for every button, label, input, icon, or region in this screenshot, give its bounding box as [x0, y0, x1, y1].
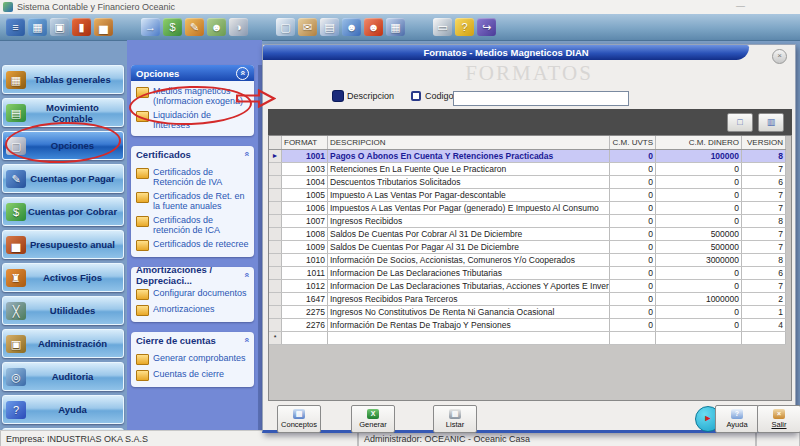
table-row[interactable]: 1011Informacion De Las Declaraciones Tri… [269, 267, 786, 280]
panel-section-header-cierre[interactable]: Cierre de cuentas« [131, 332, 254, 348]
panel-section-header-opciones[interactable]: Opciones« [131, 65, 254, 81]
sidebar-item-label: Movimiento Contable [26, 102, 123, 124]
report-icon[interactable]: ▤ [320, 18, 339, 36]
table-row[interactable]: 1005Impuesto A Las Ventas Por Pagar-desc… [269, 189, 786, 202]
new-record-button[interactable]: □ [727, 113, 753, 132]
chart-icon[interactable]: ▅ [94, 18, 113, 36]
panel-item[interactable]: Configurar documentos [134, 286, 251, 302]
ayuda-button[interactable]: ?Ayuda [715, 405, 759, 433]
sidebar-item-opciones[interactable]: ▢Opciones [2, 131, 124, 160]
tree-icon[interactable]: ≡ [6, 18, 25, 36]
column-header[interactable]: C.M. UVTS [610, 136, 656, 149]
user-red-icon[interactable]: ☻ [364, 18, 383, 36]
panel-item[interactable]: Liquidación de Intereses [134, 108, 251, 132]
table-row[interactable]: 1012Informacion De Las Declaraciones Tri… [269, 280, 786, 293]
panel-item[interactable]: Amortizaciones [134, 302, 251, 318]
table-row[interactable]: 1647Ingresos Recibidos Para Terceros0100… [269, 293, 786, 306]
column-header[interactable]: FORMAT [282, 136, 328, 149]
descripcion-cell: Impuestos A Las Ventas Por Pagar (genera… [328, 202, 610, 214]
descripcion-cell: Descuentos Tributarios Solicitados [328, 176, 610, 188]
table-row[interactable]: 1004Descuentos Tributarios Solicitados00… [269, 176, 786, 189]
table-new-row[interactable]: * [269, 332, 786, 345]
sidebar-item-label: Administración [26, 338, 123, 349]
button-label: Ayuda [726, 420, 747, 429]
panel-item[interactable]: Medios magneticos (Informacion exogena) [134, 84, 251, 108]
descripcion-cell: Informacion De Las Declaraciones Tributa… [328, 280, 610, 292]
toolbar-group: →$✎☻◑ [141, 18, 248, 36]
panel-item[interactable]: Certificados de Ret. en la fuente anuale… [134, 189, 251, 213]
collapse-icon[interactable]: « [241, 272, 251, 277]
table-row[interactable]: 1010Información De Socios, Accionistas, … [269, 254, 786, 267]
sidebar-item-utilidades[interactable]: ╳Utilidades [2, 296, 124, 325]
version-cell: 7 [742, 189, 786, 201]
sidebar-item-label: Auditoria [26, 371, 123, 382]
delete-record-button[interactable]: ▥ [758, 113, 784, 132]
table-row[interactable]: 1007Ingresos Recibidos008 [269, 215, 786, 228]
sidebar-item-cuentas-por-pagar[interactable]: ✎Cuentas por Pagar [2, 164, 124, 193]
collapse-icon[interactable]: « [241, 151, 251, 156]
table-row[interactable]: 1008Saldos De Cuentas Por Cobrar Al 31 D… [269, 228, 786, 241]
sidebar-item-auditoria[interactable]: ◎Auditoria [2, 362, 124, 391]
exit-door-icon[interactable]: ↪ [477, 18, 496, 36]
clock-document-icon[interactable]: ◑ [229, 18, 248, 36]
format-cell: 1005 [282, 189, 328, 201]
grid-icon[interactable]: ▦ [28, 18, 47, 36]
salir-button[interactable]: ×Salir [757, 405, 800, 433]
money-icon[interactable]: $ [163, 18, 182, 36]
sidebar-item-movimiento-contable[interactable]: ▤Movimiento Contable [2, 98, 124, 127]
copy-document-icon[interactable]: ▢ [276, 18, 295, 36]
sidebar-item-presupuesto-anual[interactable]: ▅Presupuesto anual [2, 230, 124, 259]
column-header[interactable]: VERSION [742, 136, 786, 149]
collapse-icon[interactable]: « [241, 337, 251, 342]
table-row[interactable]: 1006Impuestos A Las Ventas Por Pagar (ge… [269, 202, 786, 215]
table-row[interactable]: 1003Retenciones En La Fuente Que Le Prac… [269, 163, 786, 176]
book-icon[interactable]: ▮ [72, 18, 91, 36]
generar-icon: X [367, 409, 379, 419]
sidebar-item-cuentas-por-cobrar[interactable]: $Cuentas por Cobrar [2, 197, 124, 226]
panel-item[interactable]: Generar comprobantes [134, 351, 251, 367]
help-balloon-icon[interactable]: ? [455, 18, 474, 36]
filter-codigo-radio[interactable]: Codigo [411, 91, 454, 101]
sidebar-item-administracion[interactable]: ▣Administración [2, 329, 124, 358]
table-row[interactable]: 2276Información De Rentas De Trabajo Y P… [269, 319, 786, 332]
monitor-icon[interactable]: ▭ [433, 18, 452, 36]
user-icon[interactable]: ☻ [207, 18, 226, 36]
column-header[interactable]: C.M. DINERO [656, 136, 742, 149]
conceptos-button[interactable]: ▤Conceptos [277, 405, 321, 433]
new-row-marker: * [269, 332, 282, 344]
generar-button[interactable]: XGenerar [351, 405, 395, 433]
minimize-button[interactable]: — [736, 1, 745, 11]
windows-icon[interactable]: ▣ [50, 18, 69, 36]
folder-icon [136, 216, 149, 227]
table-row[interactable]: ►1001Pagos O Abonos En Cuenta Y Retencio… [269, 150, 786, 163]
descripcion-cell: Saldos De Cuentas Por Cobrar Al 31 De Di… [328, 228, 610, 240]
uvts-cell: 0 [610, 176, 656, 188]
user-search-icon[interactable]: ☻ [342, 18, 361, 36]
panel-item[interactable]: Certificados de retención de ICA [134, 213, 251, 237]
calendar-icon[interactable]: ▦ [386, 18, 405, 36]
dinero-cell: 0 [656, 319, 742, 331]
mail-icon[interactable]: ✉ [298, 18, 317, 36]
filter-descripcion-label: Descripcion [347, 91, 394, 101]
sidebar-item-ayuda[interactable]: ?Ayuda [2, 395, 124, 424]
filter-descripcion-radio[interactable]: Descripcion [333, 91, 394, 101]
formatos-dialog: Formatos - Medios Magneticos DIAN × FORM… [262, 44, 796, 433]
search-input[interactable] [453, 91, 629, 106]
collapse-icon[interactable]: « [236, 67, 249, 80]
table-row[interactable]: 1009Saldos De Cuentas Por Pagar Al 31 De… [269, 241, 786, 254]
table-row[interactable]: 2275Ingresos No Constitutivos De Renta N… [269, 306, 786, 319]
panel-item[interactable]: Certificados de Retención de IVA [134, 165, 251, 189]
dialog-titlebar[interactable]: Formatos - Medios Magneticos DIAN [263, 45, 749, 60]
column-header[interactable]: DESCRIPCION [328, 136, 610, 149]
sidebar-item-activos-fijos[interactable]: ♜Activos Fijos [2, 263, 124, 292]
panel-item[interactable]: Certificados de retecree [134, 237, 251, 253]
panel-section-header-certificados[interactable]: Certificados« [131, 146, 254, 162]
dinero-cell: 500000 [656, 228, 742, 240]
sidebar-item-tablas-generales[interactable]: ▦Tablas generales [2, 65, 124, 94]
edit-icon[interactable]: ✎ [185, 18, 204, 36]
panel-section-header-amortizaciones[interactable]: Amortizaciones / Depreciaci...« [131, 267, 254, 283]
sidebar: ▦Tablas generales▤Movimiento Contable▢Op… [0, 40, 127, 446]
export-document-icon[interactable]: → [141, 18, 160, 36]
panel-item[interactable]: Cuentas de cierre [134, 367, 251, 383]
listar-button[interactable]: ▤Listar [433, 405, 477, 433]
